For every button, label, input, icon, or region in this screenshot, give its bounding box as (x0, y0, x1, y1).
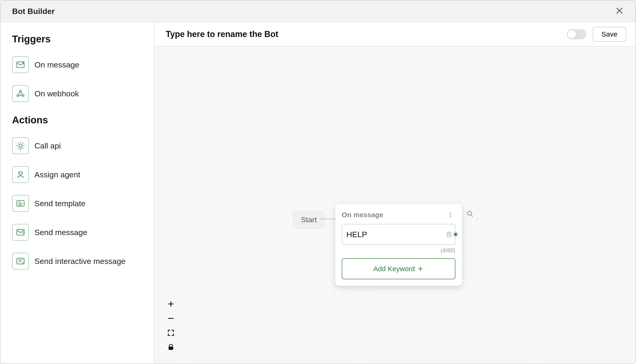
minus-icon (167, 314, 175, 322)
action-assign-agent[interactable]: Assign agent (12, 160, 146, 189)
titlebar: Bot Builder (0, 0, 636, 22)
window-title: Bot Builder (12, 7, 55, 16)
close-button[interactable] (613, 4, 626, 19)
keyword-row (342, 224, 455, 245)
save-button[interactable]: Save (593, 27, 626, 42)
kebab-icon (448, 212, 454, 218)
close-icon (615, 6, 624, 15)
add-keyword-button[interactable]: Add Keyword (342, 258, 455, 279)
keyword-input[interactable] (346, 230, 445, 239)
action-send-message[interactable]: Send message (12, 218, 146, 247)
svg-point-20 (468, 211, 472, 215)
svg-rect-10 (17, 200, 24, 206)
svg-point-3 (22, 61, 24, 63)
trigger-on-webhook[interactable]: On webhook (12, 79, 146, 108)
svg-point-16 (450, 216, 451, 217)
sidebar-item-label: On webhook (34, 89, 79, 98)
toggle-knob (568, 30, 576, 38)
node-title: On message (342, 211, 383, 219)
trash-icon (445, 231, 453, 238)
fullscreen-icon (167, 329, 175, 337)
svg-rect-17 (447, 233, 451, 237)
char-count: (4/60) (342, 247, 455, 254)
trigger-on-message[interactable]: On message (12, 50, 146, 79)
bot-name-input[interactable]: Type here to rename the Bot (166, 29, 560, 39)
sidebar: Triggers On message On webhook Actions A… (0, 22, 154, 364)
agent-icon (12, 166, 29, 183)
magnifier-icon (466, 210, 474, 218)
fit-view-button[interactable] (166, 328, 176, 338)
node-header: On message (342, 210, 455, 219)
add-keyword-label: Add Keyword (374, 265, 415, 273)
svg-point-5 (17, 95, 19, 96)
main-header: Type here to rename the Bot Save (154, 22, 636, 46)
svg-text:API: API (19, 148, 22, 150)
sidebar-item-label: Send interactive message (34, 257, 126, 266)
svg-point-4 (20, 90, 22, 92)
node-zoom-button[interactable] (466, 210, 474, 218)
action-send-template[interactable]: Send template (12, 189, 146, 218)
on-message-node[interactable]: On message (4/60) Add Ke (335, 204, 462, 286)
output-connection-handle[interactable] (454, 232, 458, 236)
send-message-icon (12, 224, 29, 241)
plus-icon (417, 266, 424, 272)
plus-icon (167, 300, 175, 308)
canvas-toolbar (166, 299, 176, 352)
svg-rect-25 (168, 346, 173, 350)
bot-enabled-toggle[interactable] (567, 29, 586, 39)
template-icon (12, 195, 29, 212)
sidebar-item-label: Assign agent (34, 170, 80, 179)
svg-point-15 (450, 214, 451, 215)
message-icon (12, 56, 29, 73)
lock-icon (167, 343, 175, 351)
svg-point-7 (19, 144, 22, 147)
sidebar-item-label: Call api (34, 141, 61, 150)
svg-point-6 (22, 95, 24, 96)
zoom-in-button[interactable] (166, 299, 176, 309)
action-send-interactive-message[interactable]: Send interactive message (12, 247, 146, 276)
body: Triggers On message On webhook Actions A… (0, 22, 636, 364)
interactive-message-icon (12, 253, 29, 270)
triggers-heading: Triggers (12, 34, 146, 45)
sidebar-item-label: Send template (34, 199, 86, 208)
start-node[interactable]: Start (293, 211, 324, 228)
sidebar-item-label: On message (34, 60, 80, 69)
actions-heading: Actions (12, 114, 146, 126)
lock-canvas-button[interactable] (166, 342, 176, 352)
svg-line-21 (471, 215, 472, 216)
flow-canvas[interactable]: Start On message (154, 46, 636, 364)
node-menu-button[interactable] (446, 210, 455, 219)
bot-builder-window: Bot Builder Triggers On message On webho… (0, 0, 636, 364)
webhook-icon (12, 85, 29, 102)
svg-point-13 (22, 262, 24, 263)
zoom-out-button[interactable] (166, 313, 176, 324)
action-call-api[interactable]: API Call api (12, 131, 146, 160)
delete-keyword-button[interactable] (445, 231, 453, 238)
sidebar-item-label: Send message (34, 228, 87, 237)
main: Type here to rename the Bot Save Start O… (154, 22, 636, 364)
svg-point-14 (450, 212, 451, 214)
api-icon: API (12, 137, 29, 154)
